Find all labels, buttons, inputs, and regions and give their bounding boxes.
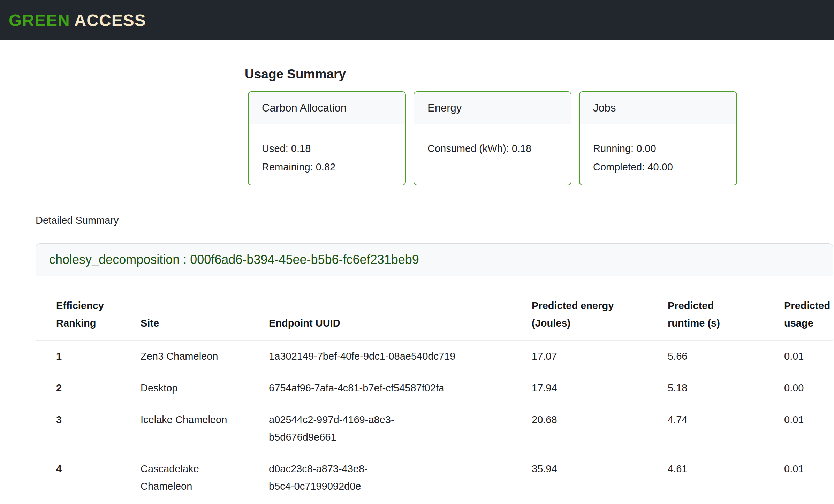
table-header-row: Efficiency Ranking Site Endpoint UUID Pr… xyxy=(36,276,833,341)
energy-card-title: Energy xyxy=(414,92,571,124)
jobs-card: Jobs Running: 0.00 Completed: 40.00 xyxy=(579,91,737,185)
usage-summary-heading: Usage Summary xyxy=(245,67,346,82)
carbon-allocation-card-title: Carbon Allocation xyxy=(249,92,405,124)
table-row: 1 Zen3 Chameleon 1a302149-7bef-40fe-9dc1… xyxy=(36,341,833,372)
carbon-remaining-value: Remaining: 0.82 xyxy=(262,158,392,176)
table-row: 4 Cascadelake Chameleon d0ac23c8-a873-43… xyxy=(36,453,833,502)
app-header-bar: GREEN ACCESS xyxy=(0,0,834,40)
col-header-predicted-runtime: Predicted runtime (s) xyxy=(668,276,784,341)
carbon-used-value: Used: 0.18 xyxy=(262,139,392,158)
cell-predicted-runtime: 5.18 xyxy=(668,372,784,404)
col-header-site: Site xyxy=(141,276,269,341)
job-panel-header[interactable]: cholesy_decomposition : 000f6ad6-b394-45… xyxy=(36,244,833,276)
cell-predicted-energy: 17.07 xyxy=(532,341,668,372)
cell-predicted-usage: 0.01 xyxy=(784,404,833,453)
cell-ranking: 4 xyxy=(36,453,141,502)
cell-predicted-runtime: 4.74 xyxy=(668,404,784,453)
jobs-card-title: Jobs xyxy=(580,92,736,124)
cell-site: Desktop xyxy=(141,372,269,404)
table-row: 3 Icelake Chameleon a02544c2-997d-4169-a… xyxy=(36,404,833,453)
cell-predicted-energy: 20.68 xyxy=(532,404,668,453)
table-row: 2 Desktop 6754af96-7afa-4c81-b7ef-cf5458… xyxy=(36,372,833,404)
app-logo[interactable]: GREEN ACCESS xyxy=(9,0,146,40)
carbon-allocation-card: Carbon Allocation Used: 0.18 Remaining: … xyxy=(248,91,406,185)
logo-text-green: GREEN xyxy=(9,11,70,30)
cell-predicted-energy: 17.94 xyxy=(532,372,668,404)
cell-predicted-runtime: 5.66 xyxy=(668,341,784,372)
cell-endpoint-uuid: 1a302149-7bef-40fe-9dc1-08ae540dc719 xyxy=(269,341,532,372)
col-header-efficiency-ranking: Efficiency Ranking xyxy=(36,276,141,341)
cell-ranking: 2 xyxy=(36,372,141,404)
cell-endpoint-uuid: d0ac23c8-a873-43e8- b5c4-0c7199092d0e xyxy=(269,453,532,502)
energy-card: Energy Consumed (kWh): 0.18 xyxy=(414,91,571,185)
cell-ranking: 1 xyxy=(36,341,141,372)
cell-predicted-usage: 0.01 xyxy=(784,453,833,502)
logo-text-access: ACCESS xyxy=(74,11,146,30)
cell-predicted-usage: 0.01 xyxy=(784,341,833,372)
cell-predicted-runtime: 4.61 xyxy=(668,453,784,502)
detailed-summary-heading: Detailed Summary xyxy=(36,215,119,226)
job-panel-title: cholesy_decomposition : 000f6ad6-b394-45… xyxy=(49,252,419,267)
cell-ranking: 3 xyxy=(36,404,141,453)
cell-predicted-energy: 35.94 xyxy=(532,453,668,502)
cell-site: Cascadelake Chameleon xyxy=(141,453,269,502)
jobs-completed-value: Completed: 40.00 xyxy=(593,158,723,176)
cell-site: Icelake Chameleon xyxy=(141,404,269,453)
job-endpoints-table: Efficiency Ranking Site Endpoint UUID Pr… xyxy=(36,276,833,502)
cell-endpoint-uuid: a02544c2-997d-4169-a8e3- b5d676d9e661 xyxy=(269,404,532,453)
cell-predicted-usage: 0.00 xyxy=(784,372,833,404)
col-header-predicted-energy: Predicted energy (Joules) xyxy=(532,276,668,341)
cell-site: Zen3 Chameleon xyxy=(141,341,269,372)
jobs-running-value: Running: 0.00 xyxy=(593,139,723,158)
col-header-endpoint-uuid: Endpoint UUID xyxy=(269,276,532,341)
job-summary-panel: cholesy_decomposition : 000f6ad6-b394-45… xyxy=(36,243,833,504)
energy-consumed-value: Consumed (kWh): 0.18 xyxy=(427,139,558,158)
col-header-predicted-usage: Predicted usage xyxy=(784,276,833,341)
cell-endpoint-uuid: 6754af96-7afa-4c81-b7ef-cf54587f02fa xyxy=(269,372,532,404)
